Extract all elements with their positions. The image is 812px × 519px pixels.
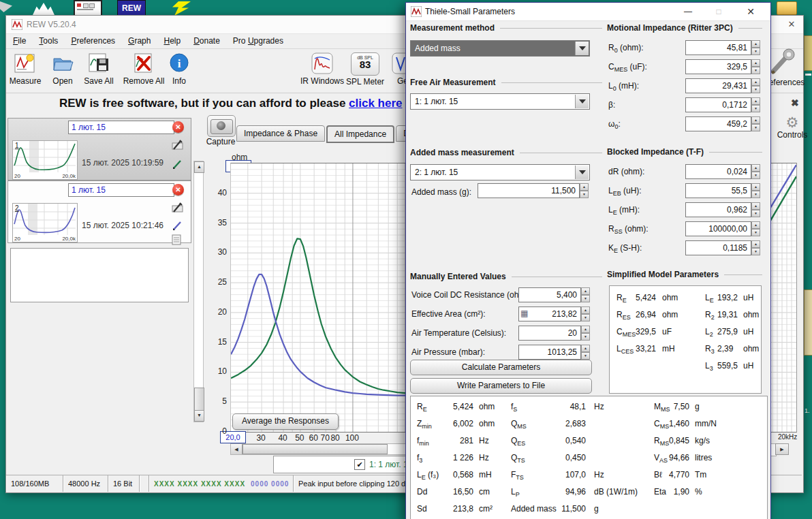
spin-up-icon[interactable]: ▲ — [580, 183, 589, 191]
spinner[interactable]: ▲▼ — [751, 40, 760, 55]
spinner[interactable]: ▲▼ — [751, 202, 760, 217]
menu-help[interactable]: Help — [163, 36, 181, 46]
pencil-icon-blue[interactable] — [172, 219, 184, 232]
delete-measurement-2-icon[interactable]: ✕ — [172, 184, 184, 195]
spin-up-icon[interactable]: ▲ — [751, 78, 760, 86]
menu-pro-upgrades[interactable]: Pro Upgrades — [233, 36, 283, 46]
impedance-chart[interactable] — [230, 163, 407, 432]
trim-ir-icon[interactable] — [172, 202, 184, 214]
measurement-2-name-input[interactable] — [68, 183, 174, 197]
spin-up-icon[interactable]: ▲ — [581, 306, 590, 314]
param-field-blocked-0[interactable]: 0,024 — [685, 164, 751, 179]
spin-up-icon[interactable]: ▲ — [751, 221, 760, 229]
added-mass-field[interactable]: 11,500 — [478, 183, 580, 198]
spin-down-icon[interactable]: ▼ — [751, 172, 760, 179]
remove-all-button[interactable]: Remove All — [121, 52, 167, 86]
spin-up-icon[interactable]: ▲ — [581, 287, 590, 295]
measurement-2-thumbnail[interactable]: 2 20 20,0k — [12, 203, 78, 242]
manual-field-1[interactable]: ▦213,82 — [518, 306, 581, 321]
average-responses-button[interactable]: Average the Responses — [232, 413, 339, 430]
spin-down-icon[interactable]: ▼ — [581, 333, 590, 341]
open-button[interactable]: Open — [44, 52, 82, 86]
dialog-close-icon[interactable]: ✕ — [743, 5, 758, 18]
spin-down-icon[interactable]: ▼ — [751, 229, 760, 236]
calculate-parameters-button[interactable]: Calculate Parameters — [410, 360, 592, 375]
controls-button[interactable]: ⚙ Controls — [768, 115, 812, 149]
spin-up-icon[interactable]: ▲ — [751, 116, 760, 124]
spin-down-icon[interactable]: ▼ — [751, 191, 760, 198]
trim-ir-icon[interactable] — [172, 139, 184, 151]
spin-down-icon[interactable]: ▼ — [751, 67, 760, 74]
spinner[interactable]: ▲▼ — [751, 78, 760, 93]
write-parameters-button[interactable]: Write Parameters to File — [410, 378, 592, 394]
spin-down-icon[interactable]: ▼ — [751, 105, 760, 112]
spin-down-icon[interactable]: ▼ — [751, 86, 760, 93]
scroll-right-icon[interactable]: ▶ — [775, 443, 789, 455]
spin-down-icon[interactable]: ▼ — [751, 124, 760, 131]
manual-field-2[interactable]: 20 — [518, 326, 581, 341]
maximize-icon[interactable]: □ — [711, 5, 726, 18]
close-banner-icon[interactable]: ✖ — [791, 97, 799, 108]
tab-all-impedance[interactable]: All Impedance — [326, 125, 394, 143]
spin-down-icon[interactable]: ▼ — [751, 248, 760, 255]
param-field-motional-2[interactable]: 29,431 — [685, 78, 751, 93]
param-field-motional-0[interactable]: 45,81 — [685, 40, 751, 55]
measurement-2-index[interactable]: 2 — [15, 204, 19, 212]
scroll-up-icon[interactable]: ▲ — [194, 161, 204, 173]
main-close-icon[interactable]: ✕ — [785, 18, 798, 31]
measurement-1-index[interactable]: 1 — [15, 142, 19, 149]
spinner[interactable]: ▲▼ — [581, 326, 590, 341]
spinner[interactable]: ▲▼ — [581, 345, 590, 360]
spinner[interactable]: ▲▼ — [751, 59, 760, 74]
save-all-button[interactable]: Save All — [80, 52, 118, 86]
scroll-down-icon[interactable]: ▼ — [194, 410, 204, 422]
measurement-notes-box[interactable] — [10, 248, 189, 302]
spin-down-icon[interactable]: ▼ — [581, 295, 590, 302]
spin-up-icon[interactable]: ▲ — [751, 164, 760, 172]
spin-up-icon[interactable]: ▲ — [751, 183, 760, 191]
param-field-blocked-1[interactable]: 55,5 — [685, 183, 751, 198]
measurement-1-thumbnail[interactable]: 1 20 20,0k — [12, 140, 78, 180]
spinner[interactable]: ▲▼ — [581, 287, 590, 302]
param-field-motional-1[interactable]: 329,5 — [685, 59, 751, 74]
spin-up-icon[interactable]: ▲ — [751, 240, 760, 248]
measurement-card-1[interactable]: ✕ 1 20 20,0k 15 лют. 2025 10:19:59 — [7, 118, 191, 180]
legend-checkbox[interactable]: ✔ — [354, 459, 365, 470]
measurement-card-2[interactable]: ✕ 2 20 20,0k 15 лют. 2025 10:21:46 — [7, 180, 191, 243]
panel-scrollbar[interactable]: ▲ ▼ — [193, 161, 204, 422]
spin-up-icon[interactable]: ▲ — [751, 40, 760, 48]
spinner[interactable]: ▲▼ — [751, 221, 760, 236]
spin-up-icon[interactable]: ▲ — [751, 202, 760, 210]
menu-donate[interactable]: Donate — [193, 36, 220, 46]
donate-link[interactable]: click here — [349, 97, 402, 110]
menu-tools[interactable]: Tools — [39, 36, 58, 46]
spin-down-icon[interactable]: ▼ — [581, 352, 590, 360]
spinner[interactable]: ▲▼ — [581, 306, 590, 321]
scrollbar-thumb[interactable] — [194, 388, 204, 412]
spin-down-icon[interactable]: ▼ — [751, 210, 760, 217]
notes-icon[interactable] — [172, 234, 183, 245]
param-field-motional-3[interactable]: 0,1712 — [685, 97, 751, 112]
scrollbar-thumb[interactable] — [243, 444, 388, 454]
manual-field-3[interactable]: 1013,25 — [518, 345, 581, 360]
spinner[interactable]: ▲▼ — [751, 183, 760, 198]
spin-down-icon[interactable]: ▼ — [581, 314, 590, 321]
dropdown-arrow-icon[interactable] — [575, 166, 589, 179]
free-air-measurement-select[interactable]: 1: 1 лют. 15 — [410, 93, 590, 110]
spinner[interactable]: ▲▼ — [751, 97, 760, 112]
menu-graph[interactable]: Graph — [128, 36, 151, 46]
added-mass-measurement-select[interactable]: 2: 1 лют. 15 — [410, 164, 590, 180]
param-field-blocked-2[interactable]: 0,962 — [685, 202, 751, 217]
menu-file[interactable]: File — [13, 36, 26, 46]
added-mass-spinner[interactable]: ▲▼ — [580, 183, 589, 198]
minimize-icon[interactable]: — — [681, 5, 696, 18]
spin-up-icon[interactable]: ▲ — [751, 59, 760, 67]
delete-measurement-1-icon[interactable]: ✕ — [172, 121, 184, 133]
spin-up-icon[interactable]: ▲ — [581, 345, 590, 352]
measure-button[interactable]: Measure — [6, 52, 44, 86]
spinner[interactable]: ▲▼ — [751, 116, 760, 131]
measurement-1-name-input[interactable] — [68, 121, 174, 134]
dropdown-arrow-icon[interactable] — [575, 95, 589, 108]
param-field-blocked-4[interactable]: 0,1185 — [685, 240, 751, 255]
measurement-method-select[interactable]: Added mass — [410, 40, 590, 57]
